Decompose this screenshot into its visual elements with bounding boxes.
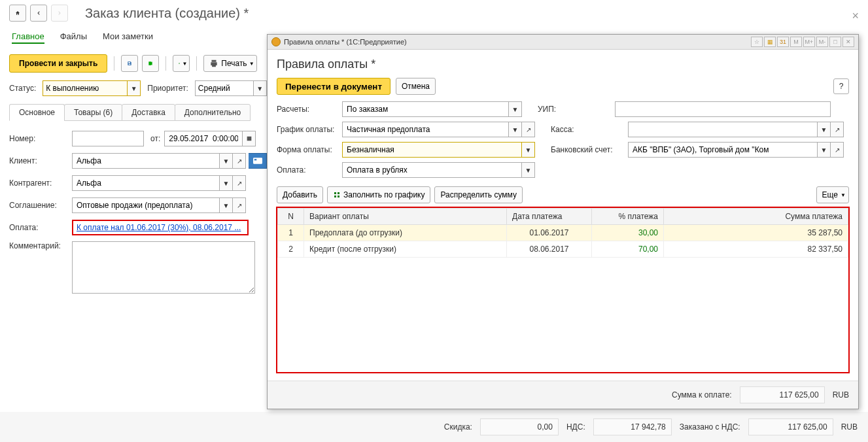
post-icon (148, 59, 153, 68)
svg-rect-0 (253, 158, 262, 163)
tab-goods[interactable]: Товары (6) (64, 104, 122, 121)
status-label: Статус: (9, 84, 36, 93)
nav-back-button[interactable] (30, 5, 47, 22)
calendar-icon[interactable]: 31 (777, 37, 789, 47)
more-button[interactable]: Еще▼ (816, 186, 849, 203)
col-amount[interactable]: Сумма платежа (664, 209, 848, 225)
table-row[interactable]: 2 Кредит (после отгрузки) 08.06.2017 70,… (278, 241, 848, 258)
priority-select[interactable] (195, 80, 254, 96)
page-title: Заказ клиента (создание) * (85, 6, 249, 21)
form-pay-label: Форма оплаты: (277, 145, 337, 154)
uip-input[interactable] (615, 101, 831, 117)
open-ref-icon[interactable]: ↗ (233, 197, 246, 213)
ordered-value: 117 625,00 (748, 418, 833, 435)
ordered-label: Заказано с НДС: (680, 422, 740, 432)
dropdown-icon[interactable]: ▼ (254, 80, 267, 96)
star-icon[interactable]: ☆ (751, 37, 763, 47)
payment-type-label: Оплата: (277, 165, 337, 175)
tab-basic[interactable]: Основное (9, 104, 65, 121)
dropdown-icon[interactable]: ▼ (509, 101, 522, 117)
date-input[interactable] (164, 131, 243, 146)
comment-input[interactable] (72, 241, 255, 294)
date-label: от: (150, 134, 160, 143)
contragent-input[interactable] (72, 175, 220, 191)
printer-icon (209, 59, 218, 68)
col-date[interactable]: Дата платежа (507, 209, 592, 225)
payment-type-select[interactable] (342, 162, 522, 178)
form-pay-select[interactable] (342, 142, 522, 158)
dropdown-icon[interactable]: ▼ (818, 142, 831, 158)
tab-notes[interactable]: Мои заметки (103, 30, 153, 44)
card-icon (253, 158, 262, 164)
tab-main[interactable]: Главное (12, 30, 44, 44)
distribute-button[interactable]: Распределить сумму (434, 186, 522, 203)
agreement-label: Соглашение: (9, 201, 72, 210)
dialog-window-title: Правила оплаты * (1С:Предприятие) (284, 38, 407, 46)
dropdown-icon[interactable]: ▼ (220, 175, 233, 191)
tab-files[interactable]: Файлы (60, 30, 87, 44)
arrow-right-icon (57, 9, 62, 17)
dropdown-icon[interactable]: ▼ (522, 142, 535, 158)
payment-rules-dialog: Правила оплаты * (1С:Предприятие) ☆ ▦ 31… (267, 34, 859, 409)
dropdown-icon[interactable]: ▼ (522, 162, 535, 178)
dropdown-icon[interactable]: ▼ (128, 80, 141, 96)
print-button[interactable]: Печать ▼ (203, 55, 256, 72)
col-pct[interactable]: % платежа (592, 209, 664, 225)
m-plus-icon[interactable]: M+ (803, 37, 815, 47)
m-icon[interactable]: M (790, 37, 802, 47)
dropdown-icon[interactable]: ▼ (509, 122, 522, 137)
bank-select[interactable] (628, 142, 818, 158)
open-ref-icon[interactable]: ↗ (233, 175, 246, 191)
fill-icon (333, 191, 341, 199)
app-1c-icon (271, 37, 281, 46)
client-card-button[interactable] (249, 153, 267, 169)
tab-extra[interactable]: Дополнительно (175, 104, 251, 121)
currency-label: RUB (833, 390, 849, 400)
client-input[interactable] (72, 153, 220, 169)
close-icon[interactable]: × (852, 9, 859, 23)
currency-label: RUB (841, 422, 858, 432)
close-icon[interactable]: ✕ (842, 37, 854, 47)
save-button[interactable] (121, 55, 138, 72)
col-n[interactable]: N (278, 209, 304, 225)
dropdown-icon[interactable]: ▼ (220, 153, 233, 169)
post-button[interactable] (142, 55, 159, 72)
nav-forward-button[interactable] (51, 5, 68, 22)
schedule-select[interactable] (342, 122, 509, 137)
calc-select[interactable] (342, 101, 509, 117)
kassa-select[interactable] (628, 122, 818, 137)
dialog-title: Правила оплаты * (277, 58, 849, 71)
status-select[interactable] (43, 80, 128, 96)
m-minus-icon[interactable]: M- (816, 37, 828, 47)
open-ref-icon[interactable]: ↗ (522, 122, 535, 137)
agreement-input[interactable] (72, 197, 220, 213)
discount-value: 0,00 (480, 418, 559, 435)
svg-rect-1 (254, 159, 256, 160)
table-row[interactable]: 1 Предоплата (до отгрузки) 01.06.2017 30… (278, 225, 848, 241)
maximize-icon[interactable]: □ (829, 37, 841, 47)
dropdown-icon[interactable]: ▼ (818, 122, 831, 137)
open-ref-icon[interactable]: ↗ (233, 153, 246, 169)
help-button[interactable]: ? (833, 78, 849, 94)
open-ref-icon[interactable]: ↗ (831, 142, 844, 158)
post-close-button[interactable]: Провести и закрыть (9, 54, 107, 73)
fill-schedule-button[interactable]: Заполнить по графику (327, 186, 430, 203)
calc-icon[interactable]: ▦ (764, 37, 776, 47)
home-button[interactable] (9, 5, 26, 22)
calc-label: Расчеты: (277, 105, 337, 114)
dropdown-icon[interactable]: ▼ (220, 197, 233, 213)
number-input[interactable] (72, 131, 144, 146)
cancel-button[interactable]: Отмена (396, 78, 436, 95)
create-based-button[interactable]: ▼ (173, 55, 190, 72)
transfer-button[interactable]: Перенести в документ (277, 78, 391, 95)
open-ref-icon[interactable]: ↗ (831, 122, 844, 137)
tab-delivery[interactable]: Доставка (122, 104, 175, 121)
calendar-icon[interactable] (243, 131, 256, 146)
uip-label: УИП: (538, 105, 610, 114)
payment-link[interactable]: К оплате нал 01.06.2017 (30%), 08.06.201… (74, 223, 243, 232)
add-row-button[interactable]: Добавить (277, 186, 323, 203)
kassa-label: Касса: (551, 125, 623, 134)
vat-label: НДС: (566, 422, 585, 432)
priority-label: Приоритет: (147, 84, 188, 93)
col-variant[interactable]: Вариант оплаты (304, 209, 507, 225)
